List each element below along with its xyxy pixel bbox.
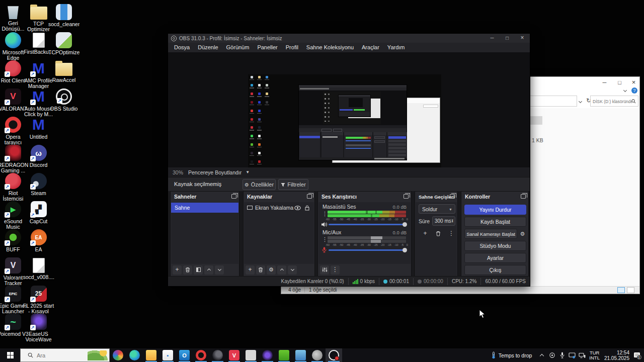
speaker-icon[interactable] — [321, 222, 328, 227]
source-item[interactable]: Ekran Yakalama — [244, 203, 314, 213]
add-scene-button[interactable]: + — [173, 265, 182, 275]
obs-maximize-button[interactable]: □ — [500, 34, 515, 43]
settings-button[interactable]: Ayarlar — [464, 253, 526, 263]
desktop-icon[interactable]: M ↗ Auto Mouse Click by M... — [26, 88, 51, 117]
desktop-icon[interactable]: ↗ Riot Client — [1, 60, 26, 83]
desktop-icon[interactable]: ↗ Opera tarayıcı — [1, 117, 26, 145]
desktop-icon[interactable]: EA ↗ EA — [26, 229, 51, 252]
taskbar-app-button[interactable] — [259, 348, 276, 362]
obs-minimize-button[interactable]: ─ — [485, 34, 500, 43]
start-virtual-camera-button[interactable]: Sanal Kamerayı Başlat — [464, 229, 517, 239]
taskbar-app-button[interactable]: ▪ — [159, 348, 176, 362]
desktop-icon[interactable]: ↗ EaseUS VoiceWave — [26, 314, 51, 342]
studio-mode-button[interactable]: Stüdyo Modu — [464, 241, 526, 251]
remove-source-button[interactable] — [256, 265, 265, 275]
dock-popout-icon[interactable] — [521, 194, 526, 199]
desktop-icon[interactable]: ↗ socd_cleaner — [51, 4, 76, 27]
help-icon[interactable]: ? — [631, 87, 637, 94]
menu-item[interactable]: Yardım — [383, 43, 409, 52]
desktop-icon[interactable]: ↗ Steam — [26, 173, 51, 196]
explorer-maximize-button[interactable]: □ — [616, 79, 623, 86]
tray-expand-chevron-icon[interactable] — [537, 348, 547, 362]
source-up-button[interactable] — [277, 265, 286, 275]
sources-dock-title[interactable]: Kaynaklar — [244, 192, 314, 202]
volume-slider[interactable] — [329, 224, 405, 225]
menu-item[interactable]: Araçlar — [358, 43, 383, 52]
desktop-icon[interactable]: ↗ RawAccel — [51, 60, 76, 83]
desktop-icon[interactable]: V ↗ Valorant Tracker — [1, 257, 26, 286]
desktop-icon[interactable]: ↗ OBS Studio — [51, 88, 76, 112]
taskbar-clock[interactable]: 12:5421.05.2025 — [602, 350, 632, 361]
explorer-search-input[interactable] — [593, 97, 632, 106]
volume-slider-handle[interactable] — [403, 222, 407, 227]
taskbar-app-button[interactable] — [143, 348, 159, 362]
mic-volume-slider[interactable] — [329, 249, 405, 251]
network-tray-icon[interactable] — [577, 348, 587, 362]
desktop-icon[interactable]: ↗ Microsoft Edge — [1, 32, 26, 61]
scenes-list[interactable]: Sahne — [171, 202, 238, 264]
taskbar-app-button[interactable] — [243, 348, 259, 362]
stop-streaming-button[interactable]: Yayını Durdur — [464, 205, 526, 215]
lock-icon[interactable] — [305, 205, 309, 211]
sources-list[interactable]: Ekran Yakalama — [244, 202, 314, 264]
scene-down-button[interactable] — [215, 265, 224, 275]
desktop-icon[interactable]: ~ ↗ Voicemod V3 — [1, 314, 26, 337]
scene-item[interactable]: Sahne — [171, 203, 238, 213]
exit-button[interactable]: Çıkış — [464, 265, 526, 275]
virtual-camera-settings-gear-icon[interactable]: ⚙ — [519, 229, 526, 239]
dock-popout-icon[interactable] — [450, 194, 455, 199]
dock-popout-icon[interactable] — [307, 194, 312, 199]
taskbar-app-button[interactable]: O — [176, 348, 193, 362]
taskbar-app-button[interactable] — [110, 348, 126, 362]
desktop-icon[interactable]: ↗ FirstBacku... — [26, 32, 51, 55]
mixer-settings-button[interactable] — [320, 265, 329, 275]
eye-icon[interactable] — [294, 206, 301, 210]
desktop-icon[interactable]: M ↗ Untitled — [26, 117, 51, 140]
microphone-tray-icon[interactable] — [557, 348, 567, 362]
mixer-dock-title[interactable]: Ses Karıştırıcı — [318, 192, 411, 202]
menu-item[interactable]: Paneller — [253, 43, 281, 52]
add-source-button[interactable]: + — [246, 265, 255, 275]
taskbar-app-button[interactable] — [292, 348, 309, 362]
menu-item[interactable]: Sahne Koleksiyonu — [302, 43, 358, 52]
desktop-icon[interactable]: V ↗ VALORANT — [1, 88, 26, 112]
taskbar-app-button[interactable] — [193, 348, 209, 362]
mixer-kebab-button[interactable]: ⋮ — [331, 265, 340, 275]
mixer-kebab-icon[interactable]: ⋮ — [322, 211, 328, 217]
remove-transition-button[interactable] — [434, 229, 443, 238]
taskbar-search-input[interactable] — [37, 352, 79, 358]
obs-close-button[interactable]: × — [515, 34, 530, 43]
taskbar-app-button[interactable] — [276, 348, 292, 362]
desktop-icon[interactable]: ↗ TCP Optimizer — [26, 4, 51, 32]
desktop-icon[interactable]: ▶ ↗ eSound Music — [1, 201, 26, 230]
scene-filters-button[interactable] — [194, 265, 203, 275]
mic-slider-handle[interactable] — [403, 248, 407, 252]
source-down-button[interactable] — [288, 265, 297, 275]
transition-kebab-button[interactable]: ⋮ — [447, 229, 456, 238]
remove-scene-button[interactable] — [183, 265, 192, 275]
details-view-button[interactable] — [617, 287, 625, 293]
explorer-minimize-button[interactable]: ─ — [601, 79, 608, 86]
desktop-icon[interactable]: 25 ↗ FL 2025 start - Kısayol — [26, 286, 51, 314]
weather-text[interactable]: Temps to drop — [499, 352, 532, 358]
controls-dock-title[interactable]: Kontroller — [461, 192, 528, 202]
desktop-icon[interactable]: ↗ BUFF — [1, 229, 26, 252]
display-capture-tray-icon[interactable] — [567, 348, 577, 362]
taskbar-app-button[interactable] — [309, 348, 326, 362]
scenes-dock-title[interactable]: Sahneler — [171, 192, 239, 202]
filters-button[interactable]: Filtreler — [278, 179, 308, 190]
desktop-icon[interactable]: ▞ ↗ CapCut — [26, 201, 51, 224]
thermometer-icon[interactable] — [489, 348, 499, 362]
start-button[interactable] — [0, 348, 20, 362]
obs-titlebar[interactable]: OBS 31.0.3 - Profil: İsimsiz - Sahneler:… — [168, 34, 530, 43]
desktop-icon[interactable]: ↗ REDRAGON Gaming ... — [1, 145, 26, 173]
address-dropdown-icon[interactable] — [579, 100, 582, 103]
desktop-icon[interactable]: ↗ Geri Dönüşü... — [1, 4, 26, 32]
taskbar-search-box[interactable] — [20, 348, 110, 362]
language-indicator[interactable]: TURINTL — [587, 350, 602, 360]
mic-muted-icon[interactable] — [322, 247, 327, 253]
transition-select[interactable]: Soldur▼ — [419, 204, 455, 214]
taskbar-app-button[interactable]: V — [226, 348, 243, 362]
taskbar-app-button[interactable] — [126, 348, 143, 362]
duration-spinbox[interactable]: 300 ms ▲ ▼ — [432, 216, 455, 226]
